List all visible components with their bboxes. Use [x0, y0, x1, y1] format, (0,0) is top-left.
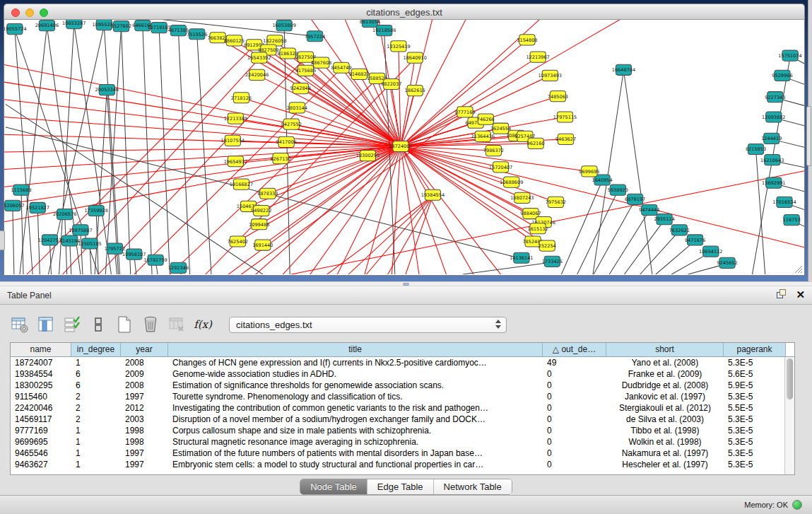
- memory-status[interactable]: Memory: OK: [744, 500, 802, 510]
- table-row[interactable]: 946554611997Estimation of the future num…: [11, 448, 794, 459]
- rows-icon[interactable]: [88, 315, 108, 334]
- graph-node-label: 8471676: [685, 238, 705, 243]
- node-table[interactable]: namein_degreeyeartitle△ out_de…shortpage…: [10, 342, 795, 475]
- graph-node-label: 18107554: [221, 138, 245, 144]
- graph-node-label: 7625402: [228, 239, 248, 245]
- table-tabs: Node TableEdge TableNetwork Table: [0, 479, 812, 495]
- column-header-pagerank[interactable]: pagerank: [724, 343, 786, 356]
- graph-node-label: 1733426: [542, 259, 563, 264]
- table-cell: 18300295: [11, 380, 71, 391]
- table-cell: Changes of HCN gene expression and I(f) …: [168, 357, 543, 368]
- graph-node-label: 7986372: [483, 148, 504, 153]
- tab-network-table[interactable]: Network Table: [434, 479, 512, 494]
- graph-node-label: 9245652: [717, 260, 737, 266]
- delete-table-disabled-icon: [167, 315, 187, 334]
- table-cell: 0: [543, 368, 606, 380]
- network-canvas[interactable]: 1905572420691406106532871095528715276026…: [4, 20, 804, 274]
- table-body: 1872400712008Changes of HCN gene express…: [11, 357, 794, 470]
- graph-node-label: 10654112: [699, 249, 722, 255]
- graph-node-label: 17975115: [553, 115, 577, 120]
- table-cell: 5.3E-5: [724, 414, 786, 425]
- graph-node-label: 19384554: [421, 192, 445, 198]
- table-cell: 9463627: [11, 459, 71, 470]
- table-row[interactable]: 1872400712008Changes of HCN gene express…: [11, 357, 794, 368]
- graph-node-label: 9417006: [276, 139, 297, 145]
- graph-node-label: 8215953: [746, 146, 766, 152]
- graph-node-label: 2718126: [231, 95, 252, 101]
- graph-node-label: 19055724: [4, 26, 27, 32]
- column-header-year[interactable]: year: [121, 343, 168, 356]
- function-builder-icon[interactable]: f(x): [193, 315, 213, 334]
- table-row[interactable]: 1938455462009Genome-wide association stu…: [11, 368, 794, 380]
- graph-node-label: 12093882: [762, 115, 785, 120]
- scrollbar-thumb[interactable]: [787, 358, 793, 399]
- network-view-window[interactable]: citations_edges.txt 19055724206914061065…: [4, 4, 805, 276]
- graph-node-label: 3624554: [490, 126, 511, 132]
- table-row[interactable]: 2242004622012Investigating the contribut…: [11, 402, 794, 414]
- graph-node-label: 16053809: [272, 23, 295, 28]
- window-resize-grip[interactable]: [793, 264, 803, 274]
- table-cell: 1998: [121, 425, 168, 436]
- column-header-in_degree[interactable]: in_degree: [71, 343, 121, 356]
- column-header-title[interactable]: title: [168, 343, 543, 356]
- tab-edge-table[interactable]: Edge Table: [367, 479, 434, 494]
- table-row[interactable]: 1830029562008Estimation of significance …: [11, 380, 794, 391]
- table-row[interactable]: 1456911722003Disruption of a novel membe…: [11, 414, 794, 425]
- table-cell: 0: [543, 425, 606, 436]
- graph-node-label: 12042757: [38, 238, 61, 243]
- control-panel-handle[interactable]: [0, 230, 5, 250]
- status-bar: Memory: OK: [0, 495, 812, 514]
- table-selector-dropdown[interactable]: citations_edges.txt: [229, 317, 507, 333]
- new-column-icon[interactable]: [114, 315, 134, 334]
- graph-node-label: 9529966: [772, 73, 792, 78]
- table-cell: 1997: [121, 448, 168, 459]
- graph-node-label: 10653287: [62, 21, 86, 26]
- table-row[interactable]: 911546021997Tourette syndrome. Phenomeno…: [11, 391, 794, 402]
- graph-node-label: 15720407: [489, 165, 512, 170]
- graph-node-label: 1691440: [252, 243, 273, 248]
- table-toolbar: f(x) citations_edges.txt: [10, 313, 507, 336]
- graph-node-label: 8427552: [281, 122, 302, 127]
- graph-node-label: 8860125: [224, 38, 245, 44]
- table-cell: 9699695: [11, 436, 71, 448]
- show-column-icon[interactable]: [36, 315, 56, 334]
- table-cell: 9465546: [11, 448, 71, 459]
- column-header-out_de[interactable]: △ out_de…: [543, 343, 606, 356]
- memory-ok-icon: [792, 500, 802, 510]
- graph-node-label: 16648784: [612, 67, 635, 73]
- graph-node-label: 10688609: [500, 180, 523, 185]
- graph-node-label: 1862615: [405, 88, 425, 93]
- dropdown-arrows-icon: [495, 320, 501, 329]
- table-cell: 5.3E-5: [724, 357, 786, 368]
- graph-node-label: 9242848: [290, 86, 311, 91]
- network-window-titlebar[interactable]: citations_edges.txt: [4, 4, 805, 20]
- table-row[interactable]: 969969511998Structural magnetic resonanc…: [11, 436, 794, 448]
- graph-node-label: 9777169: [454, 110, 475, 115]
- table-row[interactable]: 946362711997Embryonic stem cells: a mode…: [11, 459, 794, 470]
- graph-node-label: 962160: [527, 141, 545, 146]
- results-panel-handle[interactable]: [806, 106, 811, 166]
- graph-node-label: 9699695: [579, 169, 599, 175]
- delete-column-icon[interactable]: [141, 315, 160, 334]
- graph-node-label: 18300295: [356, 153, 379, 158]
- graph-node-label: 7957224: [305, 34, 325, 40]
- table-cell: 5.3E-5: [724, 459, 786, 470]
- table-cell: 1: [71, 436, 121, 448]
- table-cell: Yano et al. (2008): [606, 357, 724, 368]
- table-cell: 0: [543, 448, 606, 459]
- table-row[interactable]: 977716911998Corpus callosum shape and si…: [11, 425, 794, 436]
- panel-splitter[interactable]: [0, 281, 812, 286]
- column-header-short[interactable]: short: [606, 343, 724, 356]
- graph-node-label: 15692991: [762, 180, 785, 186]
- graph-node-label: 20691406: [35, 23, 59, 28]
- tab-node-table[interactable]: Node Table: [300, 479, 367, 494]
- graph-node-label: 1099488: [249, 222, 269, 228]
- row-select-icon[interactable]: [62, 315, 82, 334]
- table-scrollbar[interactable]: [784, 357, 794, 475]
- close-panel-icon[interactable]: ✕: [796, 289, 805, 300]
- table-options-icon[interactable]: [10, 315, 30, 334]
- table-cell: Dudbridge et al. (2008): [606, 380, 724, 391]
- float-panel-icon[interactable]: [777, 289, 787, 300]
- splitter-handle-icon[interactable]: [403, 283, 409, 286]
- column-header-name[interactable]: name: [11, 343, 71, 356]
